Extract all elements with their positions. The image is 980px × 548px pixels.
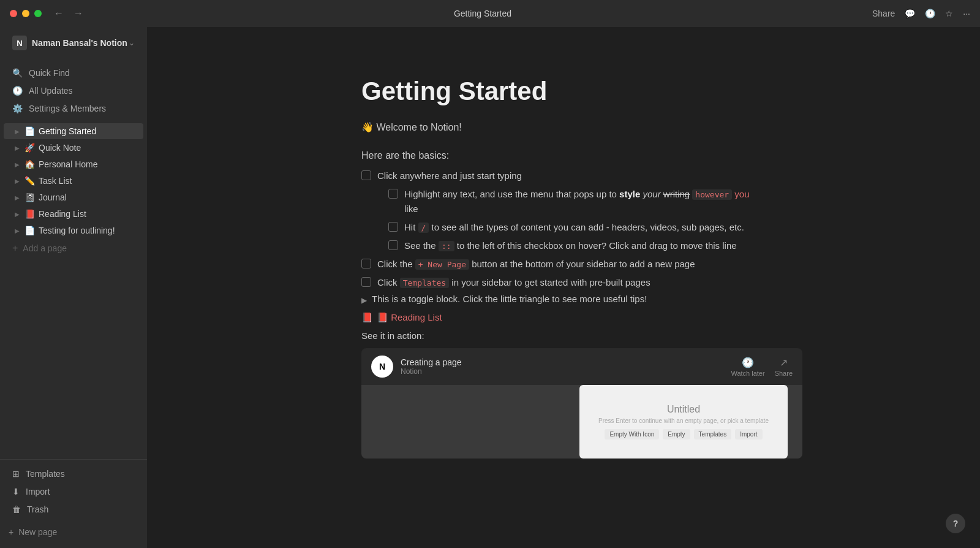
sidebar-page-personal-home[interactable]: ▶ 🏠 Personal Home (4, 156, 143, 172)
minimize-button[interactable] (22, 10, 29, 17)
forward-button[interactable]: → (71, 6, 86, 21)
new-page-button[interactable]: + New page (0, 521, 147, 543)
sidebar-item-import[interactable]: ⬇ Import (4, 483, 143, 500)
chevron-down-icon: ⌄ (129, 39, 135, 47)
video-actions: 🕐 Watch later ↗ Share (731, 357, 793, 377)
watch-later-icon: 🕐 (742, 357, 754, 368)
titlebar-actions: Share 💬 🕐 ☆ ··· (872, 9, 970, 18)
sidebar-item-quick-find[interactable]: 🔍 Quick Find (4, 64, 143, 82)
share-video-button[interactable]: ↗ Share (775, 357, 793, 377)
checklist-item-1: Click anywhere and just start typing (361, 169, 766, 183)
help-button[interactable]: ? (946, 514, 965, 533)
gear-icon: ⚙️ (12, 104, 23, 113)
add-page-button[interactable]: + Add a page (4, 239, 143, 257)
sidebar-page-journal[interactable]: ▶ 📓 Journal (4, 189, 143, 205)
add-block-button[interactable]: + (331, 171, 338, 183)
sidebar-item-trash[interactable]: 🗑 Trash (4, 501, 143, 518)
checkbox-2[interactable] (388, 189, 398, 199)
checklist-row-1: + ⠿ Click anywhere and just start typing (361, 169, 766, 183)
drag-handle-button[interactable]: ⠿ (341, 171, 349, 183)
sidebar-page-task-list[interactable]: ▶ ✏️ Task List (4, 173, 143, 189)
sidebar-nav: 🔍 Quick Find 🕐 All Updates ⚙️ Settings &… (0, 64, 147, 118)
quick-find-label: Quick Find (29, 68, 70, 78)
video-header: N Creating a page Notion 🕐 Watch later ↗… (361, 348, 802, 385)
search-icon: 🔍 (12, 68, 23, 78)
toggle-icon: ▶ (12, 159, 22, 169)
sidebar: N Naman Bansal's Notion ⌄ 🔍 Quick Find 🕐… (0, 27, 147, 548)
maximize-button[interactable] (34, 10, 42, 17)
sidebar-page-quick-note[interactable]: ▶ 🚀 Quick Note (4, 140, 143, 156)
add-block-button-5[interactable]: + (331, 259, 338, 272)
import-label: Import (26, 487, 50, 497)
reading-list-link[interactable]: 📕 📕 Reading List (361, 312, 766, 323)
sidebar-item-all-updates[interactable]: 🕐 All Updates (4, 82, 143, 99)
video-option-templates: Templates (694, 429, 732, 440)
toggle-block[interactable]: ▶ This is a toggle block. Click the litt… (361, 294, 766, 305)
content-area: Getting Started 👋 Welcome to Notion! Her… (147, 27, 980, 548)
checklist-row-2: Highlight any text, and use the menu tha… (361, 187, 766, 216)
comment-icon[interactable]: 💬 (905, 9, 915, 18)
history-icon[interactable]: 🕐 (925, 9, 935, 18)
share-video-label: Share (775, 370, 793, 377)
nav-buttons: ← → (51, 6, 86, 21)
video-thumbnail-content: Untitled Press Enter to continue with an… (579, 385, 788, 459)
share-button[interactable]: Share (872, 9, 895, 18)
sidebar-bottom: ⊞ Templates ⬇ Import 🗑 Trash (0, 459, 147, 519)
toggle-icon: ▶ (12, 126, 22, 136)
checklist-text-4: See the :: to the left of this checkbox … (404, 238, 737, 253)
new-page-label: New page (18, 527, 57, 537)
sidebar-item-settings[interactable]: ⚙️ Settings & Members (4, 100, 143, 117)
traffic-lights (10, 10, 42, 17)
page-title: Getting Started (361, 76, 766, 107)
star-icon[interactable]: ☆ (945, 9, 953, 18)
share-video-icon: ↗ (780, 357, 788, 368)
more-button[interactable]: ··· (963, 9, 970, 18)
checkbox-4[interactable] (388, 240, 398, 250)
content-scroll: Getting Started 👋 Welcome to Notion! Her… (325, 27, 802, 508)
sidebar-page-reading-list[interactable]: ▶ 📕 Reading List (4, 206, 143, 222)
sidebar-item-templates[interactable]: ⊞ Templates (4, 465, 143, 482)
checklist-item-4: See the :: to the left of this checkbox … (388, 238, 766, 253)
close-button[interactable] (10, 10, 17, 17)
workspace-name: Naman Bansal's Notion (32, 38, 129, 48)
video-options: Empty With Icon Empty Templates Import (605, 429, 762, 440)
video-option-empty: Empty With Icon (605, 429, 659, 440)
checkbox-3[interactable] (388, 222, 398, 232)
checklist-text-2: Highlight any text, and use the menu tha… (404, 187, 766, 216)
checklist-item-2: Highlight any text, and use the menu tha… (388, 187, 766, 216)
video-option-empty2: Empty (663, 429, 690, 440)
checkbox-1[interactable] (361, 170, 371, 180)
toggle-icon: ▶ (12, 192, 22, 202)
back-button[interactable]: ← (51, 6, 66, 21)
welcome-line: 👋 Welcome to Notion! (361, 121, 766, 133)
toggle-arrow-icon: ▶ (361, 296, 367, 305)
toggle-text: This is a toggle block. Click the little… (372, 294, 647, 304)
checklist-row-3: Hit / to see all the types of content yo… (361, 220, 766, 235)
video-info: Creating a page Notion (401, 357, 723, 376)
reading-list-icon: 📕 (361, 312, 373, 323)
video-untitled-label: Untitled (667, 404, 700, 415)
notion-logo: N (371, 356, 393, 378)
checklist-item-6: Click Templates in your sidebar to get s… (361, 275, 766, 290)
checklist-item-3: Hit / to see all the types of content yo… (388, 220, 766, 235)
titlebar-page-title: Getting Started (93, 9, 872, 18)
sidebar-page-getting-started[interactable]: ▶ 📄 Getting Started (4, 123, 143, 139)
video-embed[interactable]: N Creating a page Notion 🕐 Watch later ↗… (361, 348, 802, 459)
checkbox-5[interactable] (361, 259, 371, 268)
checklist-item-5: Click the + New Page button at the botto… (361, 257, 766, 272)
video-title: Creating a page (401, 357, 723, 367)
titlebar: ← → Getting Started Share 💬 🕐 ☆ ··· (0, 0, 980, 27)
watch-later-button[interactable]: 🕐 Watch later (731, 357, 764, 377)
checkbox-6[interactable] (361, 277, 371, 287)
video-option-import: Import (735, 429, 762, 440)
watch-later-label: Watch later (731, 370, 764, 377)
testing-label: Testing for outlining! (39, 226, 138, 235)
reading-list-link-label: 📕 Reading List (377, 312, 442, 323)
workspace-header[interactable]: N Naman Bansal's Notion ⌄ (4, 29, 143, 56)
checklist-text-6: Click Templates in your sidebar to get s… (377, 275, 650, 290)
clock-icon: 🕐 (12, 86, 23, 96)
toggle-icon: ▶ (12, 209, 22, 219)
sidebar-page-testing[interactable]: ▶ 📄 Testing for outlining! (4, 223, 143, 238)
drag-handle-button-5[interactable]: ⠿ (341, 259, 349, 272)
reading-list-label: Reading List (39, 209, 138, 219)
